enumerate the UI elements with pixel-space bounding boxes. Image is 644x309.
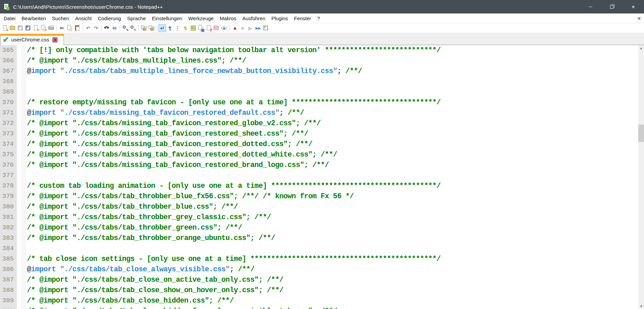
code-line-389[interactable]: 389/* @import "./css/tabs/tab_close_hidd… [0, 296, 638, 306]
line-number: 366 [0, 56, 17, 66]
line-number: 389 [0, 296, 17, 306]
new-file-icon[interactable]: + [1, 25, 8, 32]
replace-icon[interactable]: ab [111, 25, 118, 32]
user-defined-language-icon[interactable]: ↯ [182, 25, 189, 32]
tab-label: userChrome.css [11, 37, 49, 43]
scrollbar-thumb[interactable] [638, 125, 644, 142]
title-bar: C:\Users\Andi\Pictures\Screenshots\userC… [0, 0, 644, 13]
tab-userchrome-css[interactable]: ✔ userChrome.css x [0, 34, 64, 45]
scroll-down-arrow-icon[interactable]: ▼ [638, 303, 644, 309]
sync-horizontal-scrolling-icon[interactable] [148, 25, 155, 32]
sync-vertical-scrolling-icon[interactable] [140, 25, 147, 32]
folder-as-workspace-icon[interactable] [213, 25, 220, 32]
line-number: 373 [0, 129, 17, 139]
line-number: 374 [0, 139, 17, 149]
show-all-characters-icon[interactable]: ¶ [166, 25, 174, 32]
code-line-385[interactable]: 385/* tab close icon settings - [only us… [0, 254, 638, 264]
line-number: 378 [0, 181, 17, 191]
code-line-376[interactable]: 376/* @import "./css/tabs/missing_tab_fa… [0, 160, 638, 170]
code-line-378[interactable]: 378/* custom tab loading animation - [on… [0, 181, 638, 191]
copy-icon[interactable] [66, 25, 73, 32]
menu-item-ansicht[interactable]: Ansicht [72, 13, 94, 23]
menu-item-plugins[interactable]: Plugins [268, 13, 291, 23]
code-lines[interactable]: 365/* [!] only compatible with 'tabs bel… [0, 45, 638, 309]
cut-icon[interactable]: ✂ [59, 25, 66, 32]
code-line-388[interactable]: 388/* @import "./css/tabs/tab_close_show… [0, 285, 638, 296]
code-line-381[interactable]: 381/* @import "./css/tabs/tab_throbber_g… [0, 212, 638, 222]
menu-item-werkzeuge[interactable]: Werkzeuge [185, 13, 217, 23]
menu-item-?[interactable]: ? [314, 13, 323, 23]
macro-record-icon[interactable]: ● [231, 25, 238, 32]
code-line-366[interactable]: 366/* @import "./css/tabs/tabs_multiple_… [0, 56, 638, 66]
toolbar-separator [138, 25, 139, 31]
code-line-375[interactable]: 375/* @import "./css/tabs/missing_tab_fa… [0, 149, 638, 160]
toolbar-separator [56, 25, 57, 31]
find-icon[interactable] [103, 25, 110, 32]
menu-item-suchen[interactable]: Suchen [49, 13, 72, 23]
macro-playback-icon[interactable]: ▶ [247, 25, 254, 32]
document-map-icon[interactable] [190, 25, 197, 32]
menubar-close-document-icon[interactable]: × [637, 15, 641, 22]
paste-icon[interactable] [74, 25, 81, 32]
doc-switcher-icon[interactable]: ▣ [197, 25, 204, 32]
menu-item-ausfhren[interactable]: Ausführen [239, 13, 268, 23]
tab-close-icon[interactable]: x [52, 37, 58, 42]
line-number: 379 [0, 191, 17, 202]
open-file-icon[interactable] [9, 25, 16, 32]
save-icon[interactable] [17, 25, 24, 32]
macro-run-multiple-icon[interactable]: ▶▶ [255, 25, 262, 32]
menu-item-makros[interactable]: Makros [217, 13, 239, 23]
menu-item-einstellungen[interactable]: Einstellungen [149, 13, 185, 23]
word-wrap-icon[interactable]: ↵ [159, 25, 166, 32]
zoom-in-icon[interactable]: + [122, 25, 129, 32]
print-icon[interactable] [48, 25, 55, 32]
scroll-up-arrow-icon[interactable]: ▲ [638, 45, 644, 51]
code-line-365[interactable]: 365/* [!] only compatible with 'tabs bel… [0, 45, 638, 56]
show-indent-guide-icon[interactable]: ⋮ [174, 25, 181, 32]
code-line-382[interactable]: 382/* @import "./css/tabs/tab_throbber_g… [0, 222, 638, 233]
minimize-button[interactable] [579, 0, 601, 13]
code-line-371[interactable]: 371@import "./css/tabs/missing_tab_favic… [0, 108, 638, 118]
menu-item-codierung[interactable]: Codierung [95, 13, 124, 23]
code-line-390[interactable]: 390/* @import "./css/tabs/tab_close_hidd… [0, 306, 638, 309]
menu-item-sprache[interactable]: Sprache [124, 13, 149, 23]
code-line-368[interactable]: 368 [0, 76, 638, 87]
menu-item-fenster[interactable]: Fenster [291, 13, 314, 23]
maximize-restore-button[interactable] [601, 0, 622, 13]
code-line-372[interactable]: 372/* @import "./css/tabs/missing_tab_fa… [0, 118, 638, 129]
vertical-scrollbar[interactable]: ▲ ▼ [638, 45, 644, 309]
undo-icon[interactable]: ↶ [85, 25, 92, 32]
code-line-373[interactable]: 373/* @import "./css/tabs/missing_tab_fa… [0, 129, 638, 139]
code-line-384[interactable]: 384 [0, 243, 638, 254]
monitoring-icon[interactable] [221, 25, 228, 32]
code-line-387[interactable]: 387/* @import "./css/tabs/tab_close_on_a… [0, 275, 638, 285]
macro-stop-icon[interactable]: ■ [239, 25, 246, 32]
code-line-369[interactable]: 369 [0, 87, 638, 97]
code-line-379[interactable]: 379/* @import "./css/tabs/tab_throbber_b… [0, 191, 638, 202]
code-line-374[interactable]: 374/* @import "./css/tabs/missing_tab_fa… [0, 139, 638, 149]
line-number: 365 [0, 45, 17, 56]
editor-area[interactable]: 365/* [!] only compatible with 'tabs bel… [0, 45, 644, 309]
code-line-380[interactable]: 380/* @import "./css/tabs/tab_throbber_b… [0, 202, 638, 212]
line-number: 388 [0, 285, 17, 296]
code-line-370[interactable]: 370/* restore empty/missing tab favicon … [0, 97, 638, 108]
menu-item-datei[interactable]: Datei [1, 13, 18, 23]
close-button[interactable]: × [622, 0, 644, 13]
menu-item-bearbeiten[interactable]: Bearbeiten [18, 13, 49, 23]
redo-icon[interactable]: ↷ [92, 25, 100, 32]
code-line-383[interactable]: 383/* @import "./css/tabs/tab_throbber_o… [0, 233, 638, 243]
macro-save-icon[interactable] [262, 25, 269, 32]
code-line-386[interactable]: 386@import "./css/tabs/tab_close_always_… [0, 264, 638, 275]
code-line-367[interactable]: 367@import "./css/tabs/tabs_multiple_lin… [0, 66, 638, 76]
close-document-icon[interactable]: × [32, 25, 39, 32]
minimize-icon [589, 7, 592, 7]
close-all-documents-icon[interactable]: × [40, 25, 47, 32]
save-all-icon[interactable] [25, 25, 32, 32]
line-number: 386 [0, 264, 17, 275]
code-line-377[interactable]: 377 [0, 170, 638, 181]
zoom-out-icon[interactable]: − [129, 25, 137, 32]
toolbar-separator [101, 25, 102, 31]
function-list-icon[interactable]: ƒ [205, 25, 212, 32]
line-number: 368 [0, 76, 17, 87]
line-number: 369 [0, 87, 17, 97]
